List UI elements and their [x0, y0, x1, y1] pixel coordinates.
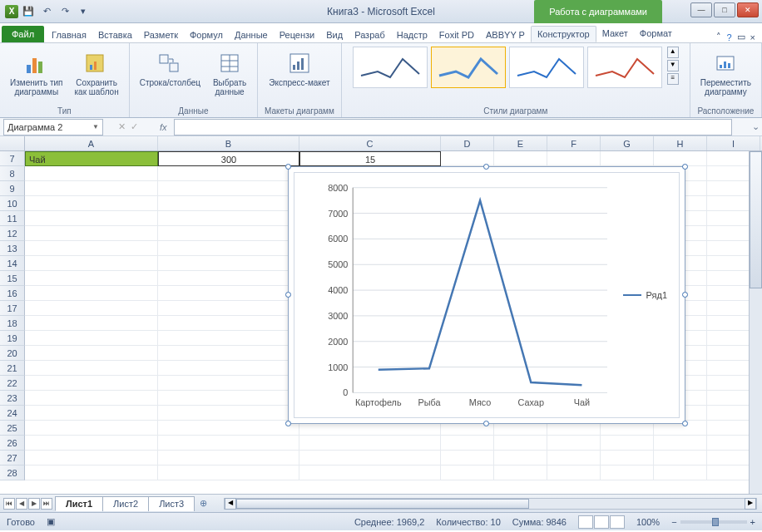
redo-icon[interactable]: ↷ [57, 3, 73, 20]
cell-F28[interactable] [547, 466, 601, 480]
chart-object[interactable]: 010002000300040005000600070008000Картофе… [288, 166, 685, 424]
row-header-24[interactable]: 24 [0, 406, 25, 421]
cell-D26[interactable] [441, 436, 494, 451]
column-header-C[interactable]: C [299, 136, 441, 150]
tab-abbyy p[interactable]: ABBYY P [480, 27, 531, 42]
row-header-19[interactable]: 19 [0, 331, 25, 346]
cell-B23[interactable] [158, 391, 299, 406]
cell-B11[interactable] [158, 211, 299, 226]
cell-A8[interactable] [25, 166, 158, 181]
cell-E28[interactable] [494, 466, 547, 480]
cell-A10[interactable] [25, 196, 158, 211]
tab-вид[interactable]: Вид [320, 27, 349, 42]
cell-B18[interactable] [158, 316, 299, 331]
cell-A7[interactable]: Чай [25, 151, 158, 166]
zoom-out-icon[interactable]: − [671, 517, 676, 527]
qat-customize-icon[interactable]: ▾ [75, 3, 92, 20]
cell-A20[interactable] [25, 346, 158, 361]
cell-A18[interactable] [25, 316, 158, 331]
cell-B10[interactable] [158, 196, 299, 211]
cell-A19[interactable] [25, 331, 158, 346]
cell-B24[interactable] [158, 406, 299, 421]
sheet-nav-first[interactable]: ⏮ [3, 498, 15, 510]
sheet-nav-last[interactable]: ⏭ [41, 498, 52, 510]
cell-G27[interactable] [601, 451, 654, 466]
row-header-16[interactable]: 16 [0, 286, 25, 301]
cell-B22[interactable] [158, 376, 299, 391]
chart-style-4[interactable] [587, 47, 662, 88]
row-header-26[interactable]: 26 [0, 436, 25, 451]
column-header-E[interactable]: E [494, 136, 547, 150]
tab-рецензи[interactable]: Рецензи [274, 27, 321, 42]
select-data-button[interactable]: Выбрать данные [209, 47, 250, 100]
cell-G26[interactable] [601, 436, 654, 451]
resize-handle-n[interactable] [483, 164, 489, 170]
close-button[interactable]: ✕ [737, 2, 759, 17]
cell-C7[interactable]: 15 [299, 151, 441, 166]
resize-handle-sw[interactable] [285, 421, 291, 426]
tab-формат[interactable]: Формат [634, 26, 678, 42]
hscroll-thumb[interactable] [236, 499, 528, 509]
cell-H7[interactable] [654, 151, 707, 166]
resize-handle-ne[interactable] [682, 164, 688, 170]
name-box[interactable]: Диаграмма 2 ▼ [3, 119, 103, 135]
cell-C27[interactable] [299, 451, 441, 466]
column-header-A[interactable]: A [25, 136, 158, 150]
minimize-ribbon-icon[interactable]: ˄ [716, 32, 721, 42]
cell-B16[interactable] [158, 286, 299, 301]
save-icon[interactable]: 💾 [20, 3, 37, 20]
status-macro-icon[interactable]: ▣ [47, 516, 55, 527]
row-header-28[interactable]: 28 [0, 466, 25, 480]
namebox-dropdown-icon[interactable]: ▼ [92, 123, 99, 131]
cell-F7[interactable] [547, 151, 601, 166]
hscroll-left[interactable]: ◀ [225, 498, 236, 510]
cell-G7[interactable] [601, 151, 654, 166]
cancel-formula-icon[interactable]: ✕ [118, 121, 126, 132]
column-header-B[interactable]: B [158, 136, 299, 150]
cell-A13[interactable] [25, 241, 158, 256]
cell-B26[interactable] [158, 436, 299, 451]
zoom-slider[interactable]: − + [671, 517, 755, 527]
formula-bar[interactable] [174, 119, 732, 135]
cell-D27[interactable] [441, 451, 494, 466]
cell-B28[interactable] [158, 466, 299, 480]
column-header-F[interactable]: F [547, 136, 601, 150]
styles-scroll-down[interactable]: ▼ [667, 60, 679, 71]
chart-style-3[interactable] [509, 47, 584, 88]
view-normal[interactable] [578, 515, 593, 529]
column-header-H[interactable]: H [654, 136, 707, 150]
cell-B19[interactable] [158, 331, 299, 346]
restore-window-icon[interactable]: ▭ [737, 32, 745, 42]
undo-icon[interactable]: ↶ [38, 3, 55, 20]
cell-A12[interactable] [25, 226, 158, 241]
tab-данные[interactable]: Данные [229, 27, 274, 42]
sheet-tab-Лист1[interactable]: Лист1 [55, 496, 103, 511]
view-page-layout[interactable] [594, 515, 609, 529]
cell-B7[interactable]: 300 [158, 151, 299, 166]
vscroll-thumb[interactable] [750, 151, 762, 288]
resize-handle-s[interactable] [483, 421, 489, 426]
row-header-13[interactable]: 13 [0, 241, 25, 256]
change-chart-type-button[interactable]: Изменить тип диаграммы [7, 47, 66, 100]
resize-handle-w[interactable] [285, 292, 291, 298]
enter-formula-icon[interactable]: ✓ [131, 121, 138, 132]
row-header-12[interactable]: 12 [0, 226, 25, 241]
tab-foxit pd[interactable]: Foxit PD [433, 27, 480, 42]
vertical-scrollbar[interactable] [749, 151, 762, 494]
cell-H26[interactable] [654, 436, 707, 451]
cell-H28[interactable] [654, 466, 707, 480]
resize-handle-se[interactable] [682, 421, 688, 426]
cell-B21[interactable] [158, 361, 299, 376]
cell-B17[interactable] [158, 301, 299, 316]
cell-F27[interactable] [547, 451, 601, 466]
hscroll-right[interactable]: ▶ [745, 498, 756, 510]
cell-A14[interactable] [25, 256, 158, 271]
row-header-17[interactable]: 17 [0, 301, 25, 316]
cell-A11[interactable] [25, 211, 158, 226]
cell-A24[interactable] [25, 406, 158, 421]
cell-A9[interactable] [25, 181, 158, 196]
cell-A25[interactable] [25, 421, 158, 436]
quick-layout-button[interactable]: Экспресс-макет [265, 47, 333, 91]
tab-главная[interactable]: Главная [46, 27, 92, 42]
sheet-tab-Лист3[interactable]: Лист3 [148, 496, 195, 511]
